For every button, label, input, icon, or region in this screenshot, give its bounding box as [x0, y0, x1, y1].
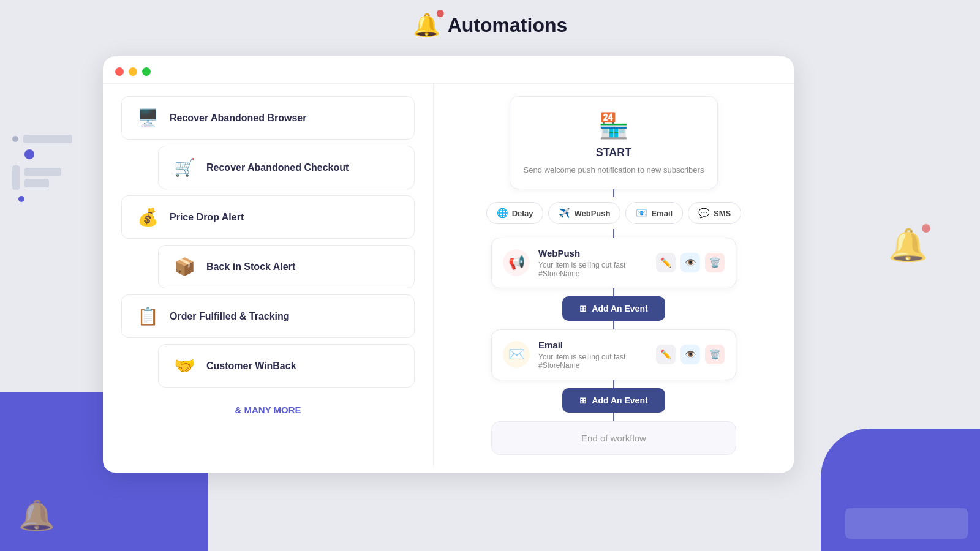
workflow-card-customer-winback[interactable]: 🤝 Customer WinBack: [158, 344, 415, 388]
start-card: 🏪 START Send welcome push notification t…: [510, 96, 718, 189]
workflow-card-label-customer-winback: Customer WinBack: [206, 361, 296, 372]
bell-badge: [922, 224, 930, 233]
connector-line-3: [613, 288, 614, 297]
bottom-bell-decoration: 🔔: [18, 498, 55, 533]
webpush-btn-icon: ✈️: [559, 208, 570, 219]
email-edit-button[interactable]: ✏️: [656, 345, 676, 364]
page-title: Automations: [448, 14, 568, 37]
action-buttons-row: 🌐Delay✈️WebPush📧Email💬SMS: [486, 197, 742, 229]
email-event-desc: Your item is selling out fast #StoreName: [538, 353, 647, 370]
webpush-event-title: WebPush: [538, 248, 647, 258]
add-event-icon-1: ⊞: [579, 304, 587, 313]
connector-line-5: [613, 380, 614, 389]
webpush-event-desc: Your item is selling out fast #StoreName: [538, 261, 647, 278]
window-chrome: [103, 56, 794, 84]
hint-box: [12, 165, 20, 190]
sms-btn-label: SMS: [714, 209, 731, 218]
add-event-label-2: Add An Event: [592, 395, 647, 405]
right-panel: 🏪 START Send welcome push notification t…: [434, 84, 794, 467]
workflow-card-icon-customer-winback: 🤝: [172, 356, 197, 376]
workflow-card-label-order-fulfilled: Order Fulfilled & Tracking: [170, 311, 290, 322]
webpush-edit-button[interactable]: ✏️: [656, 253, 676, 272]
email-icon: ✉️: [503, 341, 530, 368]
action-btn-sms[interactable]: 💬SMS: [688, 202, 741, 224]
workflow-card-icon-recover-browser: 🖥️: [135, 108, 160, 128]
connector-line-2: [613, 229, 614, 238]
action-btn-webpush[interactable]: ✈️WebPush: [548, 202, 620, 224]
webpush-event-actions: ✏️ 👁️ 🗑️: [656, 253, 725, 272]
add-event-label-1: Add An Event: [592, 304, 647, 313]
workflow-card-label-price-drop: Price Drop Alert: [170, 212, 244, 223]
page-title-area: 🔔 Automations: [413, 12, 568, 38]
email-event-card: ✉️ Email Your item is selling out fast #…: [491, 329, 736, 380]
hint-line: [24, 179, 49, 187]
webpush-event-card: 📢 WebPush Your item is selling out fast …: [491, 238, 736, 288]
workflow-card-icon-order-fulfilled: 📋: [135, 306, 160, 326]
left-decoration: [12, 135, 72, 202]
email-preview-button[interactable]: 👁️: [680, 345, 700, 364]
start-icon: 🏪: [522, 111, 705, 140]
workflow-card-label-back-in-stock: Back in Stock Alert: [206, 261, 295, 272]
start-label: START: [522, 146, 705, 159]
end-of-workflow-label: End of workflow: [581, 433, 646, 443]
workflow-card-recover-browser[interactable]: 🖥️ Recover Abandoned Browser: [121, 96, 415, 140]
connector-line-6: [613, 413, 614, 421]
email-btn-icon: 📧: [636, 208, 647, 219]
workflow-card-order-fulfilled[interactable]: 📋 Order Fulfilled & Tracking: [121, 294, 415, 338]
hint-line: [24, 168, 61, 176]
webpush-delete-button[interactable]: 🗑️: [705, 253, 725, 272]
hint-dot: [12, 136, 18, 142]
email-event-actions: ✏️ 👁️ 🗑️: [656, 345, 725, 364]
workflow-card-label-recover-checkout: Recover Abandoned Checkout: [206, 162, 349, 173]
email-event-info: Email Your item is selling out fast #Sto…: [538, 340, 647, 370]
right-bell-decoration: 🔔: [888, 227, 928, 264]
workflow-card-icon-recover-checkout: 🛒: [172, 157, 197, 178]
workflow-card-label-recover-browser: Recover Abandoned Browser: [170, 113, 306, 124]
main-window: 🖥️ Recover Abandoned Browser 🛒 Recover A…: [103, 56, 794, 473]
page-title-icon: 🔔: [413, 12, 440, 38]
chrome-minimize[interactable]: [129, 67, 137, 76]
hint-dot: [24, 149, 34, 159]
email-event-title: Email: [538, 340, 647, 350]
hint-line: [23, 135, 72, 143]
chrome-maximize[interactable]: [142, 67, 151, 76]
webpush-icon: 📢: [503, 249, 530, 276]
action-btn-delay[interactable]: 🌐Delay: [486, 202, 544, 224]
window-body: 🖥️ Recover Abandoned Browser 🛒 Recover A…: [103, 84, 794, 467]
sms-btn-icon: 💬: [698, 208, 710, 219]
delay-btn-label: Delay: [512, 209, 533, 218]
connector-line-1: [613, 189, 614, 198]
workflow-card-price-drop[interactable]: 💰 Price Drop Alert: [121, 195, 415, 239]
email-delete-button[interactable]: 🗑️: [705, 345, 725, 364]
many-more-label[interactable]: & MANY MORE: [121, 394, 415, 426]
workflow-card-icon-back-in-stock: 📦: [172, 257, 197, 277]
webpush-preview-button[interactable]: 👁️: [680, 253, 700, 272]
add-event-button-2[interactable]: ⊞ Add An Event: [562, 388, 665, 413]
webpush-btn-label: WebPush: [574, 209, 610, 218]
webpush-event-info: WebPush Your item is selling out fast #S…: [538, 248, 647, 278]
hint-dot: [18, 196, 24, 202]
action-btn-email[interactable]: 📧Email: [625, 202, 683, 224]
start-description: Send welcome push notification to new su…: [522, 164, 705, 176]
workflow-card-icon-price-drop: 💰: [135, 207, 160, 227]
delay-btn-icon: 🌐: [497, 208, 508, 219]
title-badge: [437, 10, 444, 17]
workflow-card-recover-checkout[interactable]: 🛒 Recover Abandoned Checkout: [158, 146, 415, 189]
email-btn-label: Email: [651, 209, 673, 218]
add-event-icon-2: ⊞: [579, 395, 587, 405]
bottom-right-decoration: [845, 508, 968, 539]
workflow-card-back-in-stock[interactable]: 📦 Back in Stock Alert: [158, 245, 415, 288]
end-of-workflow-card: End of workflow: [491, 421, 736, 455]
chrome-close[interactable]: [115, 67, 124, 76]
left-panel: 🖥️ Recover Abandoned Browser 🛒 Recover A…: [103, 84, 434, 467]
connector-line-4: [613, 321, 614, 329]
add-event-button-1[interactable]: ⊞ Add An Event: [562, 296, 665, 321]
